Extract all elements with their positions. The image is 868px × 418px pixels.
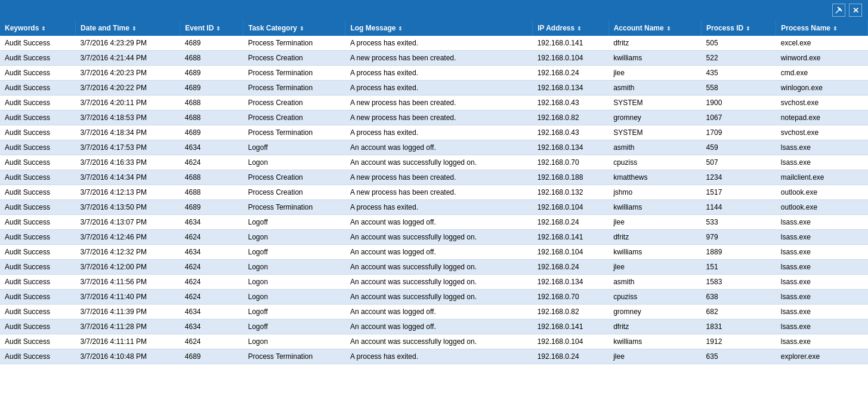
table-row[interactable]: Audit Success3/7/2016 4:11:40 PM4624Logo… — [0, 290, 868, 305]
table-row[interactable]: Audit Success3/7/2016 4:11:39 PM4634Logo… — [0, 305, 868, 319]
cell-accountName: asmith — [608, 275, 701, 290]
sort-icon: ⇕ — [398, 26, 403, 32]
table-row[interactable]: Audit Success3/7/2016 4:13:07 PM4634Logo… — [0, 215, 868, 230]
table-row[interactable]: Audit Success3/7/2016 4:20:11 PM4688Proc… — [0, 96, 868, 110]
column-header-ipAddress[interactable]: IP Address⇕ — [533, 20, 609, 36]
column-header-dateTime[interactable]: Date and Time⇕ — [76, 20, 180, 36]
table-row[interactable]: Audit Success3/7/2016 4:12:13 PM4688Proc… — [0, 185, 868, 200]
sort-icon: ⇕ — [132, 26, 137, 32]
cell-logMessage: An account was successfully logged on. — [345, 290, 533, 305]
cell-accountName: asmith — [608, 140, 701, 155]
column-header-taskCategory[interactable]: Task Category⇕ — [243, 20, 345, 36]
cell-logMessage: A process has exited. — [345, 200, 533, 215]
cell-processName: lsass.exe — [776, 215, 868, 230]
cell-keywords: Audit Success — [0, 305, 76, 319]
table-row[interactable]: Audit Success3/7/2016 4:12:00 PM4624Logo… — [0, 260, 868, 275]
table-row[interactable]: Audit Success3/7/2016 4:14:34 PM4688Proc… — [0, 170, 868, 185]
cell-processName: lsass.exe — [776, 319, 868, 334]
cell-eventId: 4689 — [180, 81, 243, 96]
pin-button[interactable] — [832, 4, 845, 17]
cell-dateTime: 3/7/2016 4:11:39 PM — [76, 305, 180, 319]
cell-ipAddress: 192.168.0.24 — [533, 66, 609, 81]
cell-taskCategory: Logon — [243, 260, 345, 275]
table-row[interactable]: Audit Success3/7/2016 4:18:34 PM4689Proc… — [0, 125, 868, 140]
cell-processId: 505 — [702, 36, 776, 51]
cell-taskCategory: Logon — [243, 230, 345, 245]
table-row[interactable]: Audit Success3/7/2016 4:12:32 PM4634Logo… — [0, 245, 868, 260]
cell-processId: 1709 — [702, 125, 776, 140]
cell-accountName: jlee — [608, 349, 701, 364]
column-header-logMessage[interactable]: Log Message⇕ — [345, 20, 533, 36]
cell-eventId: 4624 — [180, 230, 243, 245]
cell-taskCategory: Logon — [243, 275, 345, 290]
cell-processId: 979 — [702, 230, 776, 245]
cell-processName: svchost.exe — [776, 125, 868, 140]
cell-accountName: jshmo — [608, 185, 701, 200]
cell-eventId: 4689 — [180, 36, 243, 51]
cell-accountName: SYSTEM — [608, 96, 701, 110]
cell-logMessage: An account was successfully logged on. — [345, 260, 533, 275]
cell-eventId: 4634 — [180, 305, 243, 319]
table-row[interactable]: Audit Success3/7/2016 4:21:44 PM4688Proc… — [0, 51, 868, 66]
cell-taskCategory: Process Creation — [243, 96, 345, 110]
cell-logMessage: A process has exited. — [345, 349, 533, 364]
table-row[interactable]: Audit Success3/7/2016 4:10:48 PM4689Proc… — [0, 349, 868, 364]
close-button[interactable]: ✕ — [849, 4, 862, 17]
cell-ipAddress: 192.168.0.24 — [533, 260, 609, 275]
cell-taskCategory: Process Termination — [243, 81, 345, 96]
cell-accountName: kmatthews — [608, 170, 701, 185]
cell-processId: 435 — [702, 66, 776, 81]
column-header-accountName[interactable]: Account Name⇕ — [608, 20, 701, 36]
column-header-keywords[interactable]: Keywords⇕ — [0, 20, 76, 36]
table-row[interactable]: Audit Success3/7/2016 4:23:29 PM4689Proc… — [0, 36, 868, 51]
cell-dateTime: 3/7/2016 4:21:44 PM — [76, 51, 180, 66]
table-row[interactable]: Audit Success3/7/2016 4:17:53 PM4634Logo… — [0, 140, 868, 155]
table-row[interactable]: Audit Success3/7/2016 4:11:11 PM4624Logo… — [0, 334, 868, 349]
column-header-processName[interactable]: Process Name⇕ — [776, 20, 868, 36]
log-table-container[interactable]: Keywords⇕Date and Time⇕Event ID⇕Task Cat… — [0, 20, 868, 418]
cell-keywords: Audit Success — [0, 110, 76, 125]
cell-logMessage: An account was logged off. — [345, 245, 533, 260]
cell-accountName: dfritz — [608, 36, 701, 51]
cell-accountName: cpuziss — [608, 155, 701, 170]
cell-accountName: cpuziss — [608, 290, 701, 305]
table-row[interactable]: Audit Success3/7/2016 4:16:33 PM4624Logo… — [0, 155, 868, 170]
table-row[interactable]: Audit Success3/7/2016 4:11:56 PM4624Logo… — [0, 275, 868, 290]
table-row[interactable]: Audit Success3/7/2016 4:18:53 PM4688Proc… — [0, 110, 868, 125]
cell-accountName: jlee — [608, 260, 701, 275]
cell-logMessage: A new process has been created. — [345, 51, 533, 66]
sort-icon: ⇕ — [577, 26, 582, 32]
cell-ipAddress: 192.168.0.141 — [533, 230, 609, 245]
cell-taskCategory: Logoff — [243, 305, 345, 319]
table-row[interactable]: Audit Success3/7/2016 4:20:23 PM4689Proc… — [0, 66, 868, 81]
column-header-eventId[interactable]: Event ID⇕ — [180, 20, 243, 36]
cell-ipAddress: 192.168.0.141 — [533, 36, 609, 51]
cell-processName: lsass.exe — [776, 230, 868, 245]
cell-eventId: 4688 — [180, 185, 243, 200]
table-row[interactable]: Audit Success3/7/2016 4:12:46 PM4624Logo… — [0, 230, 868, 245]
table-row[interactable]: Audit Success3/7/2016 4:11:28 PM4634Logo… — [0, 319, 868, 334]
cell-eventId: 4689 — [180, 349, 243, 364]
cell-eventId: 4688 — [180, 110, 243, 125]
cell-accountName: kwilliams — [608, 51, 701, 66]
cell-keywords: Audit Success — [0, 349, 76, 364]
cell-dateTime: 3/7/2016 4:11:56 PM — [76, 275, 180, 290]
cell-keywords: Audit Success — [0, 290, 76, 305]
cell-eventId: 4689 — [180, 125, 243, 140]
column-header-processId[interactable]: Process ID⇕ — [702, 20, 776, 36]
cell-taskCategory: Process Termination — [243, 66, 345, 81]
cell-processId: 522 — [702, 51, 776, 66]
cell-logMessage: An account was logged off. — [345, 305, 533, 319]
cell-processId: 1831 — [702, 319, 776, 334]
cell-keywords: Audit Success — [0, 215, 76, 230]
cell-processId: 533 — [702, 215, 776, 230]
cell-processId: 1144 — [702, 200, 776, 215]
cell-processId: 1234 — [702, 170, 776, 185]
cell-processName: cmd.exe — [776, 66, 868, 81]
table-row[interactable]: Audit Success3/7/2016 4:20:22 PM4689Proc… — [0, 81, 868, 96]
cell-accountName: kwilliams — [608, 334, 701, 349]
cell-keywords: Audit Success — [0, 155, 76, 170]
cell-ipAddress: 192.168.0.70 — [533, 290, 609, 305]
cell-keywords: Audit Success — [0, 125, 76, 140]
table-row[interactable]: Audit Success3/7/2016 4:13:50 PM4689Proc… — [0, 200, 868, 215]
